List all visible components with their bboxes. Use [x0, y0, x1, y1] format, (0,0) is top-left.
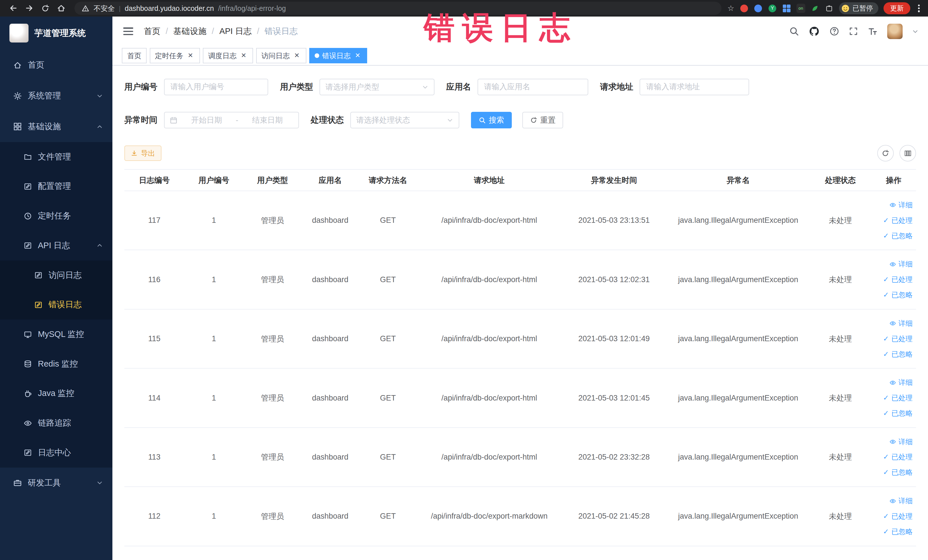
detail-link[interactable]: 详细	[871, 493, 913, 509]
browser-home-icon[interactable]	[54, 1, 69, 15]
logo[interactable]: 芋道管理系统	[0, 17, 112, 50]
process-status-select[interactable]: 请选择处理状态	[350, 112, 459, 128]
column-settings-button[interactable]	[899, 145, 916, 162]
mark-ignored-link[interactable]: ✓已忽略	[871, 465, 913, 480]
sidebar-item-java-monitor[interactable]: Java 监控	[0, 379, 112, 409]
tab-access-log[interactable]: 访问日志 ✕	[256, 48, 307, 63]
search-button[interactable]: 搜索	[471, 112, 512, 128]
detail-link[interactable]: 详细	[871, 316, 913, 331]
sidebar-item-label: 定时任务	[38, 210, 71, 222]
mark-processed-link[interactable]: ✓已处理	[871, 449, 913, 465]
eye-icon	[890, 438, 896, 445]
close-icon[interactable]: ✕	[186, 52, 195, 60]
refresh-button[interactable]	[877, 145, 894, 162]
date-range-picker[interactable]: 开始日期 - 结束日期	[164, 112, 299, 128]
table-row: 112 1 管理员 dashboard GET /api/infra/db-do…	[124, 487, 916, 546]
check-icon: ✓	[883, 390, 889, 406]
font-size-icon[interactable]	[867, 26, 878, 36]
sidebar-item-access-log[interactable]: 访问日志	[0, 261, 112, 290]
check-icon: ✓	[883, 213, 889, 228]
browser-forward-icon[interactable]	[22, 1, 37, 15]
browser-reload-icon[interactable]	[38, 1, 53, 15]
browser-update-button[interactable]: 更新	[884, 2, 910, 14]
mark-ignored-link[interactable]: ✓已忽略	[871, 346, 913, 362]
mark-ignored-link[interactable]: ✓已忽略	[871, 406, 913, 421]
user-type-select[interactable]: 请选择用户类型	[319, 79, 434, 95]
sidebar-item-dev-tools[interactable]: 研发工具	[0, 468, 112, 498]
mark-processed-link[interactable]: ✓已处理	[871, 213, 913, 228]
search-icon[interactable]	[789, 26, 799, 36]
bookmark-star-icon[interactable]: ☆	[728, 4, 734, 13]
tab-home[interactable]: 首页	[122, 48, 147, 63]
sidebar-item-label: API 日志	[38, 240, 70, 251]
help-icon[interactable]	[829, 26, 839, 36]
sidebar-item-mysql-monitor[interactable]: MySQL 监控	[0, 319, 112, 349]
export-button[interactable]: 导出	[124, 145, 162, 161]
sidebar-item-system[interactable]: 系统管理	[0, 81, 112, 111]
navbar-right	[789, 24, 919, 39]
sidebar-item-label: MySQL 监控	[38, 329, 84, 340]
close-icon[interactable]: ✕	[353, 52, 362, 60]
browser-menu-icon[interactable]	[916, 5, 922, 12]
sidebar-item-label: Java 监控	[38, 388, 74, 399]
sidebar-item-api-log[interactable]: API 日志	[0, 231, 112, 261]
sidebar-item-log-center[interactable]: 日志中心	[0, 438, 112, 468]
mark-ignored-link[interactable]: ✓已忽略	[871, 228, 913, 244]
extension-on-icon[interactable]: on	[797, 4, 805, 12]
mark-processed-link[interactable]: ✓已处理	[871, 272, 913, 287]
tab-scheduled-tasks[interactable]: 定时任务 ✕	[150, 48, 200, 63]
hamburger-icon[interactable]	[122, 25, 134, 38]
close-icon[interactable]: ✕	[293, 52, 301, 60]
sidebar-item-error-log[interactable]: 错误日志	[0, 290, 112, 319]
reset-button[interactable]: 重置	[522, 112, 563, 128]
address-bar[interactable]: 不安全 | dashboard.yudao.iocoder.cn/infra/l…	[75, 2, 722, 15]
mark-processed-link[interactable]: ✓已处理	[871, 390, 913, 406]
extension-blue-icon[interactable]	[754, 4, 763, 12]
sidebar-item-home[interactable]: 首页	[0, 50, 112, 81]
main-area: 首页 / 基础设施 / API 日志 / 错误日志	[112, 17, 928, 560]
mark-ignored-link[interactable]: ✓已忽略	[871, 287, 913, 303]
error-log-table: 日志编号 用户编号 用户类型 应用名 请求方法名 请求地址 异常发生时间 异常名…	[124, 169, 916, 546]
tab-error-log[interactable]: 错误日志 ✕	[309, 48, 367, 63]
detail-link[interactable]: 详细	[871, 256, 913, 272]
sidebar-item-config-management[interactable]: 配置管理	[0, 172, 112, 201]
edit-icon	[24, 182, 32, 191]
database-icon	[24, 360, 32, 368]
sidebar-item-link-tracing[interactable]: 链路追踪	[0, 408, 112, 438]
chevron-up-icon	[96, 242, 103, 249]
detail-link[interactable]: 详细	[871, 197, 913, 213]
extension-leaf-icon[interactable]	[810, 4, 819, 12]
detail-link[interactable]: 详细	[871, 434, 913, 450]
tab-schedule-log[interactable]: 调度日志 ✕	[203, 48, 253, 63]
extension-grid-icon[interactable]	[782, 4, 791, 12]
breadcrumb-infrastructure[interactable]: 基础设施	[174, 26, 206, 37]
mark-processed-link[interactable]: ✓已处理	[871, 331, 913, 346]
close-icon[interactable]: ✕	[240, 52, 248, 60]
fullscreen-icon[interactable]	[849, 26, 858, 36]
breadcrumb-api-log[interactable]: API 日志	[219, 26, 252, 37]
filter-user-type: 用户类型 请选择用户类型	[280, 79, 434, 95]
app-name-input[interactable]	[478, 79, 588, 95]
request-url-input[interactable]	[640, 79, 749, 95]
sidebar-item-label: 文件管理	[38, 151, 71, 163]
user-avatar[interactable]	[887, 24, 903, 39]
folder-icon	[24, 153, 32, 161]
detail-link[interactable]: 详细	[871, 375, 913, 390]
sidebar-item-scheduled-tasks[interactable]: 定时任务	[0, 201, 112, 231]
github-icon[interactable]	[809, 26, 820, 37]
extension-red-icon[interactable]	[740, 4, 749, 12]
browser-back-icon[interactable]	[6, 1, 21, 15]
check-icon: ✓	[883, 449, 889, 465]
mark-processed-link[interactable]: ✓已处理	[871, 509, 913, 524]
sidebar-item-file-management[interactable]: 文件管理	[0, 142, 112, 172]
profile-paused-chip[interactable]: 已暂停	[839, 2, 878, 14]
breadcrumb-home[interactable]: 首页	[144, 26, 160, 37]
sidebar-item-infrastructure[interactable]: 基础设施	[0, 111, 112, 142]
user-id-input[interactable]	[164, 79, 268, 95]
download-icon	[131, 150, 138, 157]
extension-green-icon[interactable]: Y	[768, 4, 777, 12]
extensions-puzzle-icon[interactable]	[825, 4, 833, 12]
sidebar-item-redis-monitor[interactable]: Redis 监控	[0, 349, 112, 379]
mark-ignored-link[interactable]: ✓已忽略	[871, 524, 913, 539]
avatar-caret-icon[interactable]	[912, 28, 919, 35]
